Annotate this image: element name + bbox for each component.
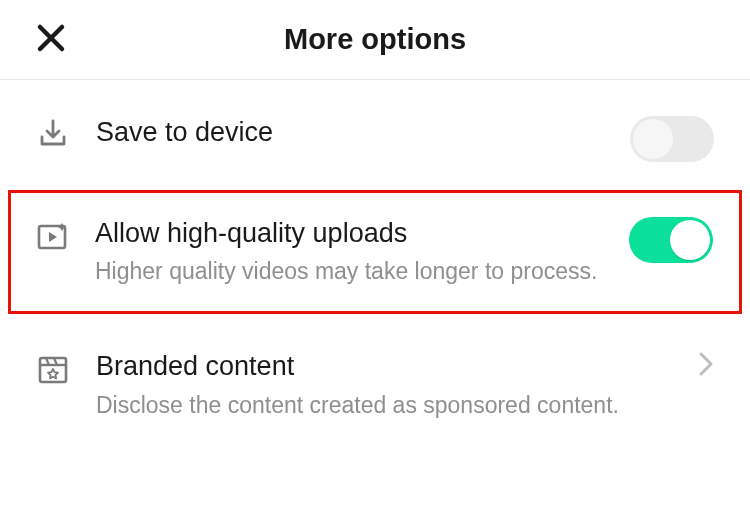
- toggle-high-quality-uploads[interactable]: [629, 217, 713, 263]
- row-action: [698, 350, 714, 378]
- close-icon: [36, 23, 66, 53]
- row-body: Branded content Disclose the content cre…: [96, 350, 672, 420]
- row-body: Allow high-quality uploads Higher qualit…: [95, 217, 603, 287]
- toggle-knob: [670, 220, 710, 260]
- options-list: Save to device Allow high-quality upload…: [0, 80, 750, 443]
- row-action: [629, 217, 713, 263]
- page-title: More options: [36, 23, 714, 56]
- header: More options: [0, 0, 750, 80]
- video-sparkle-icon: [35, 217, 69, 253]
- close-button[interactable]: [36, 23, 66, 57]
- row-save-to-device[interactable]: Save to device: [0, 94, 750, 184]
- download-icon: [36, 116, 70, 150]
- row-label: Save to device: [96, 116, 604, 148]
- toggle-knob: [633, 119, 673, 159]
- clapperboard-star-icon: [36, 350, 70, 386]
- row-branded-content[interactable]: Branded content Disclose the content cre…: [0, 328, 750, 442]
- toggle-save-to-device[interactable]: [630, 116, 714, 162]
- row-high-quality-uploads[interactable]: Allow high-quality uploads Higher qualit…: [8, 190, 742, 314]
- row-action: [630, 116, 714, 162]
- row-body: Save to device: [96, 116, 604, 148]
- row-label: Allow high-quality uploads: [95, 217, 603, 249]
- row-subtext: Higher quality videos may take longer to…: [95, 257, 603, 287]
- row-label: Branded content: [96, 350, 672, 382]
- row-subtext: Disclose the content created as sponsore…: [96, 391, 672, 421]
- chevron-right-icon: [698, 350, 714, 378]
